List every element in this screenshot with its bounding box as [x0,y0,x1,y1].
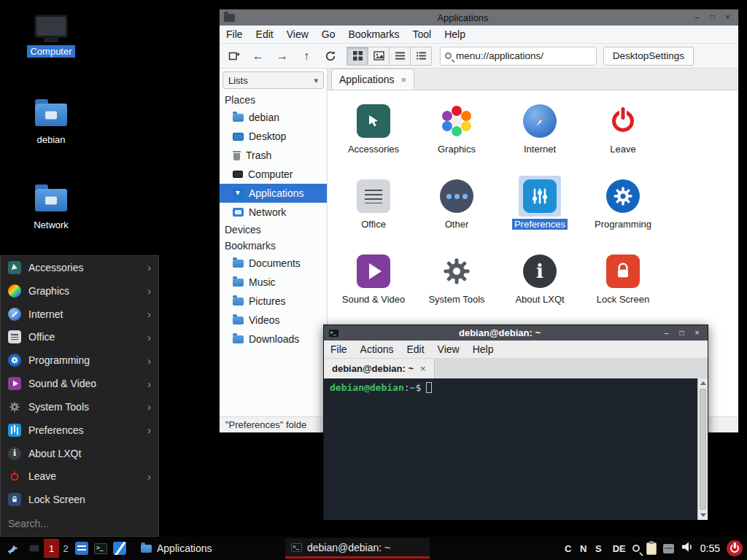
menu-file[interactable]: File [324,341,354,358]
fm-titlebar[interactable]: Applications – □ × [220,9,738,26]
desktop-settings-button[interactable]: DesktopSettings [603,47,694,66]
app-item-lock-screen[interactable]: Lock Screen [581,251,665,326]
sidebar-item-desktop[interactable]: Desktop [220,127,327,146]
internet-icon [8,308,21,321]
address-input[interactable] [456,50,592,61]
menu-go[interactable]: Go [315,26,342,43]
sidebar-item-computer[interactable]: Computer [220,165,327,184]
forward-icon[interactable]: → [272,46,293,66]
sidebar-item-music[interactable]: Music [220,273,327,292]
menu-bookmarks[interactable]: Bookmarks [341,26,406,43]
menu-view[interactable]: View [431,341,466,358]
menu-help[interactable]: Help [466,341,500,358]
clock[interactable]: 0:55 [700,542,720,554]
workspace-2-button[interactable]: 2 [59,538,72,559]
menu-search-input[interactable] [8,518,151,529]
refresh-icon[interactable] [320,46,341,66]
menu-view[interactable]: View [280,26,315,43]
menu-help[interactable]: Help [438,26,472,43]
sidebar-item-debian[interactable]: debian [220,108,327,127]
desktop-icon-network[interactable]: Network [16,189,86,231]
trash-icon [233,151,241,160]
task-button-terminal[interactable]: debian@debian: ~ [285,538,430,559]
maximize-icon[interactable]: □ [706,12,719,23]
close-icon[interactable]: × [721,12,734,23]
network-icon [233,208,244,217]
sidebar-item-pictures[interactable]: Pictures [220,292,327,311]
clipboard-icon[interactable] [646,542,657,555]
app-item-preferences[interactable]: Preferences [498,176,581,251]
menu-item-lock-screen[interactable]: Lock Screen [1,488,158,511]
app-item-accessories[interactable]: Accessories [332,101,415,176]
menu-item-preferences[interactable]: Preferences › [1,419,158,442]
app-item-internet[interactable]: Internet [498,101,581,176]
menu-item-sound-video[interactable]: Sound & Video › [1,372,158,395]
quicklaunch-editor[interactable] [110,538,129,559]
sidebar-item-videos[interactable]: Videos [220,311,327,330]
app-item-system-tools[interactable]: System Tools [415,251,498,326]
sidebar-item-trash[interactable]: Trash [220,146,327,165]
volume-icon[interactable] [681,541,694,556]
desktop-icon-computer[interactable]: Computer [16,15,86,58]
menu-item-graphics[interactable]: Graphics › [1,279,158,303]
scrollbar-thumb[interactable] [700,389,706,510]
menu-file[interactable]: File [220,26,249,43]
app-item-other[interactable]: Other [415,176,498,251]
terminal-output[interactable]: debian@debian:~$ [324,378,708,520]
menu-item-about-lxqt[interactable]: About LXQt [1,442,158,465]
minimize-icon[interactable]: – [660,327,673,338]
menu-actions[interactable]: Actions [354,341,400,358]
task-button-applications[interactable]: Applications [135,538,279,559]
terminal-titlebar[interactable]: debian@debian: ~ – □ × [324,325,708,341]
workspace-1-button[interactable]: 1 [44,539,59,558]
maximize-icon[interactable]: □ [676,327,688,338]
start-menu-button[interactable] [3,538,25,559]
menu-item-programming[interactable]: Programming › [1,349,158,372]
app-item-office[interactable]: Office [332,176,415,251]
menu-item-system-tools[interactable]: System Tools › [1,395,158,419]
sidebar-item-applications[interactable]: Applications [220,184,327,203]
compact-view-icon[interactable] [389,47,411,66]
sidebar-item-documents[interactable]: Documents [220,254,327,273]
app-item-programming[interactable]: Programming [581,176,665,251]
magnifier-icon[interactable] [632,545,640,552]
sidebar-item-downloads[interactable]: Downloads [220,330,327,349]
quicklaunch-file-manager[interactable] [72,538,91,559]
sidebar-item-network[interactable]: Network [220,203,327,222]
terminal-tab[interactable]: debian@debian: ~ × [324,359,435,378]
app-item-about-lxqt[interactable]: About LXQt [498,251,581,326]
menu-edit[interactable]: Edit [249,26,280,43]
detailed-view-icon[interactable] [410,47,432,66]
terminal-scrollbar[interactable] [697,378,708,520]
tab-applications[interactable]: Applications × [331,69,414,90]
menu-edit[interactable]: Edit [400,341,430,358]
archive-icon[interactable] [663,544,674,553]
thumbnail-view-icon[interactable] [368,47,390,66]
desktop-icon-debian[interactable]: debian [16,104,86,146]
back-icon[interactable]: ← [248,46,268,66]
menu-item-accessories[interactable]: Accessories › [1,256,158,279]
keyboard-layout[interactable]: DE [613,543,626,554]
minimize-icon[interactable]: – [691,12,703,23]
app-item-leave[interactable]: Leave [581,101,665,176]
icon-view-icon[interactable] [347,47,368,66]
app-item-sound-video[interactable]: Sound & Video [332,251,415,326]
up-icon[interactable]: ↑ [296,46,317,66]
show-desktop-button[interactable] [25,538,44,559]
new-tab-icon[interactable] [224,46,244,66]
menu-item-office[interactable]: Office › [1,325,158,349]
scroll-up-icon[interactable] [698,378,708,388]
tab-close-icon[interactable]: × [401,74,407,85]
app-item-graphics[interactable]: Graphics [415,101,498,176]
scroll-down-icon[interactable] [698,510,708,520]
menu-item-leave[interactable]: Leave › [1,464,158,488]
quicklaunch-terminal[interactable] [91,538,110,559]
tab-close-icon[interactable]: × [420,363,426,374]
menu-item-internet[interactable]: Internet › [1,303,158,326]
address-bar[interactable] [440,47,597,66]
sidebar-mode-select[interactable]: Lists ▾ [222,71,324,89]
close-icon[interactable]: × [691,327,703,338]
fm-tabbar: Applications × [328,69,738,90]
power-button[interactable] [727,540,743,556]
menu-tool[interactable]: Tool [406,26,438,43]
